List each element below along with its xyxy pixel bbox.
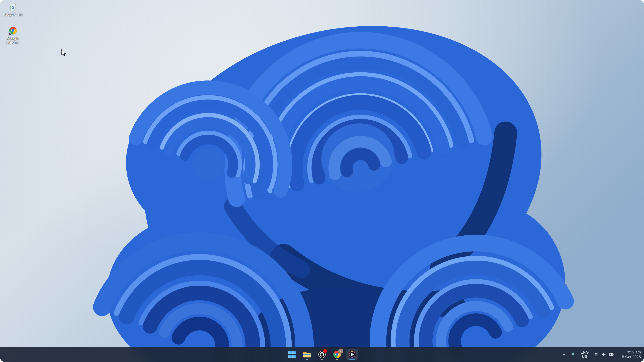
obs-studio-button[interactable] (316, 349, 328, 360)
network-volume-battery-button[interactable] (592, 349, 616, 360)
chevron-up-icon (562, 352, 566, 357)
wifi-icon (594, 352, 598, 357)
desktop-icon-recycle-bin[interactable]: ♻ Recycle Bin (0, 2, 26, 16)
volume-icon (602, 352, 606, 357)
file-explorer-icon (303, 350, 311, 359)
taskbar: J (0, 347, 644, 362)
clock-date: 15 Oct 2025 (620, 355, 641, 359)
notification-dot (324, 349, 327, 353)
taskbar-app-icons: J (286, 349, 358, 360)
running-indicator (321, 359, 324, 360)
start-button[interactable] (286, 349, 298, 360)
clock-button[interactable]: 3:32 am 15 Oct 2025 (616, 349, 642, 360)
active-indicator (349, 359, 355, 360)
language-line2: US (582, 355, 587, 359)
clock-time: 3:32 am (627, 350, 641, 355)
media-player-button[interactable] (346, 349, 358, 360)
file-explorer-button[interactable] (301, 349, 312, 360)
battery-charging-icon (609, 352, 614, 357)
tray-overflow-button[interactable] (560, 349, 568, 360)
running-indicator (336, 359, 338, 360)
mouse-cursor (61, 49, 68, 57)
media-player-icon (348, 350, 356, 359)
system-tray: ENG US (560, 347, 642, 362)
desktop-icon-label: Google Chrome (2, 36, 24, 44)
windows-start-icon (288, 350, 296, 359)
chrome-profile-badge: J (338, 349, 343, 354)
desktop-icon-google-chrome[interactable]: Google Chrome (0, 26, 26, 44)
language-switcher[interactable]: ENG US (578, 349, 591, 360)
svg-text:♻: ♻ (11, 5, 14, 9)
language-line1: ENG (580, 350, 589, 355)
microphone-in-use-button[interactable] (569, 349, 577, 360)
desktop: ♻ Recycle Bin Google Chrome (0, 0, 644, 362)
chrome-button[interactable]: J (332, 349, 343, 360)
desktop-icon-label: Recycle Bin (3, 12, 22, 16)
wallpaper-bloom (0, 0, 644, 362)
recycle-bin-icon: ♻ (8, 2, 17, 11)
google-chrome-icon (8, 26, 17, 35)
running-indicator (306, 359, 308, 360)
microphone-icon (571, 352, 575, 357)
